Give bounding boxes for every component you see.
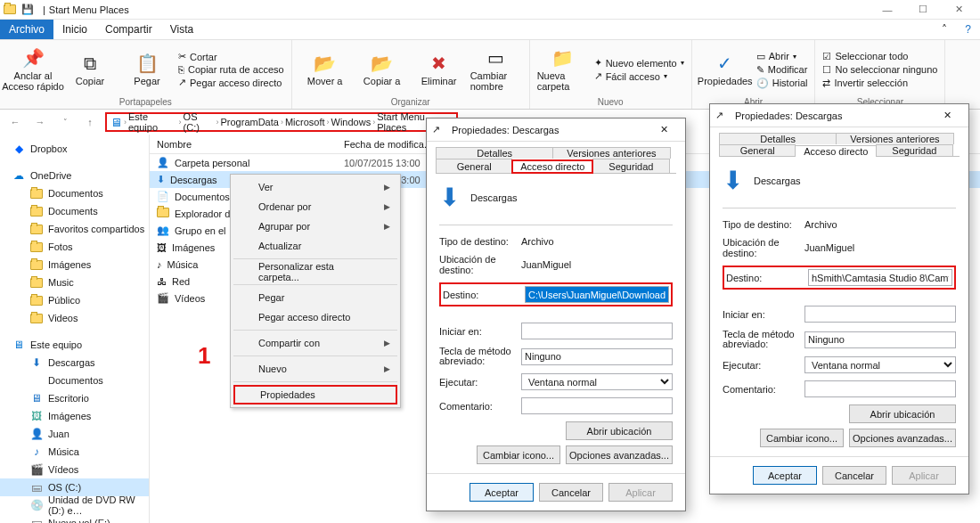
tab-acceso-directo[interactable]: Acceso directo [795, 145, 877, 157]
startin-input[interactable] [804, 306, 956, 323]
cut-button[interactable]: ✂Cortar [178, 51, 284, 62]
nav-item[interactable]: Videos [0, 309, 149, 327]
copyto-button[interactable]: 📂Copiar a [356, 44, 408, 95]
apply-button[interactable]: Aplicar [892, 466, 956, 485]
target-input[interactable] [525, 286, 669, 303]
ok-button[interactable]: Aceptar [753, 466, 817, 485]
selectnone-button[interactable]: ☐No seleccionar ninguno [822, 64, 937, 76]
menu-customize[interactable]: Personalizar esta carpeta... [233, 262, 397, 282]
rename-button[interactable]: ▭Cambiar nombre [470, 44, 522, 95]
nav-item[interactable]: ⬇Descargas [0, 354, 149, 372]
pin-button[interactable]: 📌Anclar al Acceso rápido [7, 44, 59, 95]
newfolder-button[interactable]: 📁Nueva carpeta [537, 44, 589, 95]
advanced-button[interactable]: Opciones avanzadas... [566, 445, 673, 464]
comment-input[interactable] [804, 380, 956, 397]
history-button[interactable]: 🕘Historial [756, 78, 808, 89]
tab-acceso-directo[interactable]: Acceso directo [511, 159, 593, 174]
copy-button[interactable]: ⧉Copiar [64, 44, 116, 95]
run-select[interactable]: Ventana normal [804, 356, 956, 373]
tab-general[interactable]: General [436, 159, 512, 173]
minimize-button[interactable]: — [870, 0, 905, 19]
comment-input[interactable] [521, 397, 673, 414]
col-name[interactable]: Nombre [157, 139, 344, 150]
advanced-button[interactable]: Opciones avanzadas... [849, 429, 956, 447]
copypath-button[interactable]: ⎘Copiar ruta de acceso [178, 64, 284, 75]
nav-item[interactable]: ♪Música [0, 443, 149, 461]
dialog-close[interactable]: ✕ [648, 118, 680, 141]
nav-back[interactable]: ← [5, 112, 25, 132]
crumb[interactable]: Microsoft [285, 117, 325, 127]
shortcutkey-input[interactable] [804, 331, 956, 348]
menu-group[interactable]: Agrupar por▶ [233, 217, 397, 236]
selectall-button[interactable]: ☑Seleccionar todo [822, 51, 937, 62]
newitem-button[interactable]: ✦Nuevo elemento▾ [594, 57, 684, 69]
nav-item[interactable]: 🖥Escritorio [0, 389, 149, 407]
invertsel-button[interactable]: ⇄Invertir selección [822, 78, 937, 89]
nav-item[interactable]: 💿Unidad de DVD RW (D:) e… [0, 496, 149, 514]
changeicon-button[interactable]: Cambiar icono... [477, 445, 560, 464]
nav-item[interactable]: Fotos [0, 238, 149, 256]
cancel-button[interactable]: Cancelar [822, 466, 886, 485]
openlocation-button[interactable]: Abrir ubicación [849, 405, 956, 423]
delete-button[interactable]: ✖Eliminar [413, 44, 465, 95]
nav-item[interactable]: Music [0, 274, 149, 291]
ribbon-collapse[interactable]: ˄ [933, 20, 956, 39]
close-button[interactable]: ✕ [941, 0, 976, 19]
easyaccess-button[interactable]: ↗Fácil acceso▾ [594, 70, 684, 82]
nav-item[interactable]: Documentos [0, 372, 149, 389]
tab-general[interactable]: General [719, 144, 796, 156]
apply-button[interactable]: Aplicar [608, 483, 673, 502]
changeicon-button[interactable]: Cambiar icono... [760, 429, 844, 447]
menu-new[interactable]: Nuevo▶ [233, 359, 397, 379]
menu-properties[interactable]: Propiedades [233, 385, 397, 405]
crumb[interactable]: Este equipo [128, 111, 177, 133]
nav-item[interactable]: 👤Juan [0, 425, 149, 443]
run-select[interactable]: Ventana normal [521, 373, 673, 390]
nav-item[interactable]: Favoritos compartidos [0, 220, 149, 238]
nav-item[interactable]: Público [0, 291, 149, 309]
edit-button[interactable]: ✎Modificar [756, 64, 808, 76]
menu-refresh[interactable]: Actualizar [233, 236, 397, 256]
tab-vista[interactable]: Vista [161, 20, 202, 39]
menu-sharewith[interactable]: Compartir con▶ [233, 333, 397, 353]
menu-view[interactable]: Ver▶ [233, 177, 397, 197]
nav-item[interactable]: Imágenes [0, 256, 149, 274]
tab-detalles[interactable]: Detalles [719, 133, 837, 144]
maximize-button[interactable]: ☐ [905, 0, 941, 19]
breadcrumb[interactable]: 🖥 › Este equipo› OS (C:)› ProgramData› M… [105, 112, 458, 132]
tab-compartir[interactable]: Compartir [96, 20, 161, 39]
openlocation-button[interactable]: Abrir ubicación [566, 421, 673, 440]
tab-inicio[interactable]: Inicio [53, 20, 96, 39]
nav-recent[interactable]: ˅ [55, 112, 75, 132]
crumb[interactable]: OS (C:) [184, 111, 215, 133]
menu-sort[interactable]: Ordenar por▶ [233, 197, 397, 217]
cancel-button[interactable]: Cancelar [539, 483, 603, 502]
tab-versiones[interactable]: Versiones anteriores [836, 133, 953, 144]
crumb[interactable]: Windows [331, 117, 372, 127]
nav-onedrive[interactable]: ☁OneDrive [0, 167, 149, 184]
nav-forward[interactable]: → [30, 112, 50, 132]
properties-button[interactable]: ✓Propiedades [699, 44, 751, 95]
ok-button[interactable]: Aceptar [470, 483, 534, 502]
help-button[interactable]: ? [956, 20, 980, 39]
nav-item[interactable]: Documents [0, 202, 149, 220]
nav-dropbox[interactable]: ◆Dropbox [0, 140, 149, 158]
col-date[interactable]: Fecha de modifica... [344, 139, 432, 150]
crumb[interactable]: ProgramData [220, 117, 278, 127]
shortcutkey-input[interactable] [521, 348, 673, 365]
tab-seguridad[interactable]: Seguridad [592, 159, 669, 173]
nav-thispc[interactable]: 🖥Este equipo [0, 336, 149, 354]
target-input[interactable] [808, 269, 952, 286]
nav-item[interactable]: 🎬Vídeos [0, 461, 149, 478]
paste-button[interactable]: 📋Pegar [121, 44, 173, 95]
tab-detalles[interactable]: Detalles [436, 147, 553, 159]
tab-archivo[interactable]: Archivo [0, 20, 53, 39]
open-button[interactable]: ▭Abrir▾ [756, 51, 808, 62]
tab-versiones[interactable]: Versiones anteriores [552, 147, 670, 159]
tab-seguridad[interactable]: Seguridad [876, 144, 952, 156]
nav-up[interactable]: ↑ [80, 112, 100, 132]
menu-pasteshortcut[interactable]: Pegar acceso directo [233, 307, 397, 327]
menu-paste[interactable]: Pegar [233, 288, 397, 307]
startin-input[interactable] [521, 323, 673, 339]
pasteshortcut-button[interactable]: ↗Pegar acceso directo [178, 77, 284, 88]
